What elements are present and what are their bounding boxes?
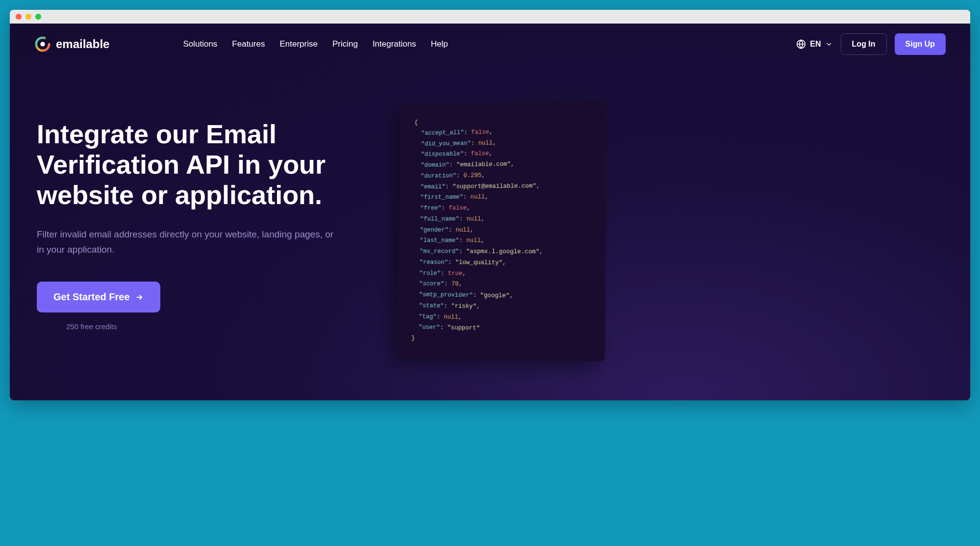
- nav-integrations[interactable]: Integrations: [373, 39, 416, 49]
- hero-copy: Integrate our Email Verification API in …: [37, 94, 370, 361]
- code-line: "duration": 0.295,: [413, 169, 591, 182]
- brand-logo[interactable]: emailable: [34, 36, 109, 52]
- nav-links: Solutions Features Enterprise Pricing In…: [183, 39, 448, 49]
- language-selector[interactable]: EN: [796, 39, 832, 49]
- nav-enterprise[interactable]: Enterprise: [279, 39, 317, 49]
- code-line: "first_name": null,: [413, 191, 591, 203]
- code-line: "role": true,: [412, 268, 591, 280]
- code-line: "full_name": null,: [413, 213, 591, 225]
- window-titlebar: [10, 10, 970, 24]
- code-line: "gender": null,: [413, 225, 591, 236]
- svg-point-1: [40, 42, 45, 46]
- nav-solutions[interactable]: Solutions: [183, 39, 217, 49]
- code-line: "free": false,: [413, 202, 591, 214]
- hero-section: Integrate our Email Verification API in …: [10, 65, 970, 400]
- maximize-window-button[interactable]: [35, 14, 41, 20]
- brand-name: emailable: [56, 37, 109, 51]
- nav-right: EN Log In Sign Up: [796, 33, 946, 55]
- cta-label: Get Started Free: [53, 291, 130, 303]
- code-line: "reason": "low_quality",: [412, 257, 591, 269]
- hero-title: Integrate our Email Verification API in …: [37, 119, 370, 210]
- logo-icon: [34, 36, 51, 52]
- nav-features[interactable]: Features: [232, 39, 265, 49]
- code-line: "last_name": null,: [413, 235, 591, 247]
- nav-help[interactable]: Help: [431, 39, 448, 49]
- page-content: emailable Solutions Features Enterprise …: [10, 24, 970, 400]
- signup-button[interactable]: Sign Up: [895, 33, 946, 55]
- code-sample-panel: { "accept_all": false, "did_you_mean": n…: [398, 100, 606, 362]
- get-started-button[interactable]: Get Started Free: [37, 282, 160, 312]
- free-credits-text: 250 free credits: [66, 322, 370, 331]
- chevron-down-icon: [825, 40, 833, 48]
- arrow-right-icon: [135, 293, 144, 302]
- globe-icon: [796, 39, 806, 49]
- minimize-window-button[interactable]: [25, 14, 31, 20]
- code-line: "mx_record": "aspmx.l.google.com",: [412, 246, 591, 258]
- browser-window: emailable Solutions Features Enterprise …: [10, 10, 970, 400]
- main-navbar: emailable Solutions Features Enterprise …: [10, 24, 970, 65]
- login-button[interactable]: Log In: [841, 33, 887, 55]
- nav-pricing[interactable]: Pricing: [332, 39, 358, 49]
- close-window-button[interactable]: [16, 14, 22, 20]
- language-code: EN: [810, 40, 821, 49]
- code-line: "email": "support@emailable.com",: [413, 180, 591, 192]
- hero-subtitle: Filter invalid email addresses directly …: [37, 227, 341, 257]
